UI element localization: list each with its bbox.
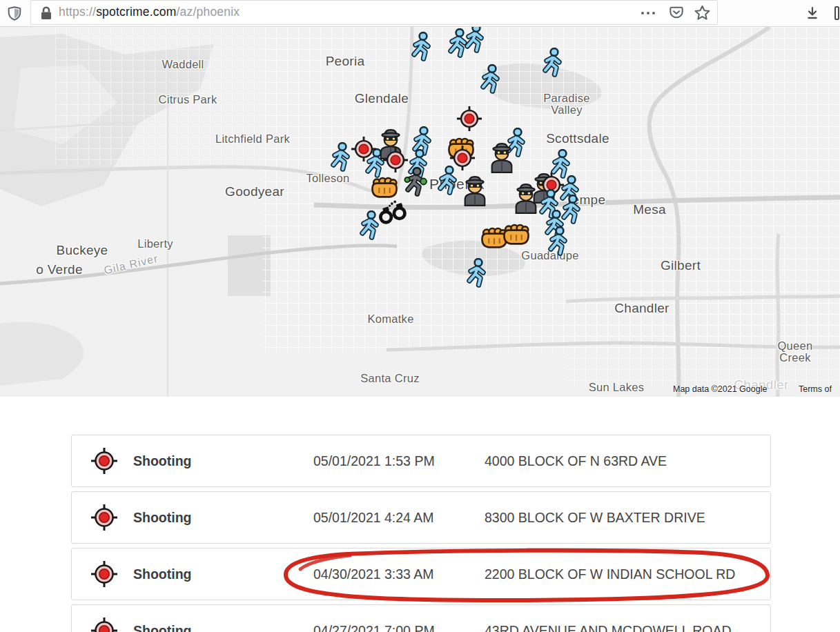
- map-label-peoria: Peoria: [326, 55, 365, 68]
- page-actions-ellipsis-icon[interactable]: [640, 10, 656, 17]
- map-label-goodyear: Goodyear: [225, 185, 284, 199]
- crime-datetime: 04/30/2021 3:33 AM: [313, 566, 485, 582]
- map-marker-target[interactable]: [382, 147, 409, 173]
- sidebar-icon[interactable]: [834, 6, 840, 20]
- crime-type: Shooting: [133, 566, 313, 582]
- map-marker-fist[interactable]: [501, 219, 531, 247]
- map-label-glendale: Glendale: [355, 92, 409, 106]
- bookmark-star-icon[interactable]: [694, 5, 710, 21]
- shooting-target-icon: [90, 447, 118, 475]
- crime-address: 2200 BLOCK OF W INDIAN SCHOOL RD: [485, 566, 735, 582]
- shooting-target-icon: [90, 560, 118, 588]
- map-label-santa-cruz: Santa Cruz: [360, 373, 420, 384]
- map-marker-person[interactable]: [464, 258, 489, 290]
- map-marker-target[interactable]: [351, 136, 377, 162]
- map-label-buckeye: Buckeye: [57, 244, 108, 257]
- map-label-o-verde: o Verde: [36, 263, 83, 277]
- url-scheme: https://: [59, 5, 96, 19]
- map-marker-cuffs[interactable]: [375, 197, 411, 227]
- map-label-sun-lakes: Sun Lakes: [589, 382, 645, 393]
- browser-toolbar: https://spotcrime.com/az/phoenix: [0, 0, 840, 26]
- map-marker-person[interactable]: [540, 48, 565, 79]
- url-domain: spotcrime.com: [96, 5, 176, 19]
- map-marker-target[interactable]: [449, 145, 476, 171]
- crime-datetime: 04/27/2021 7:00 PM: [313, 623, 485, 632]
- crime-type: Shooting: [133, 453, 313, 469]
- crime-type: Shooting: [133, 510, 313, 526]
- map-marker-burglar[interactable]: [460, 176, 490, 206]
- map-marker-person[interactable]: [478, 64, 502, 96]
- pocket-icon[interactable]: [669, 6, 684, 21]
- crime-datetime: 05/01/2021 4:24 AM: [313, 510, 485, 526]
- map-label-liberty: Liberty: [137, 238, 173, 250]
- map-label-citrus-park: Citrus Park: [159, 94, 217, 106]
- crime-address: 43RD AVENUE AND MCDOWELL ROAD: [485, 623, 732, 632]
- map-label-queen-creek: Queen Creek: [773, 340, 818, 364]
- crime-address: 4000 BLOCK OF N 63RD AVE: [485, 453, 667, 469]
- lock-icon: [39, 6, 54, 21]
- map-label-tolleson: Tolleson: [306, 172, 350, 184]
- shooting-target-icon: [90, 504, 118, 531]
- map-marker-person[interactable]: [462, 26, 487, 55]
- map-label-chandler: Chandler: [614, 302, 670, 315]
- map-marker-person[interactable]: [545, 226, 570, 258]
- url-text[interactable]: https://spotcrime.com/az/phoenix: [59, 5, 240, 19]
- url-path: /az/phoenix: [177, 5, 240, 19]
- map-marker-person[interactable]: [328, 142, 353, 174]
- map-label-mesa: Mesa: [633, 203, 666, 217]
- map-label-scottsdale: Scottsdale: [546, 132, 609, 146]
- url-bar[interactable]: https://spotcrime.com/az/phoenix: [30, 0, 718, 25]
- crime-address: 8300 BLOCK OF W BAXTER DRIVE: [485, 510, 705, 526]
- crime-row[interactable]: Shooting 04/27/2021 7:00 PM 43RD AVENUE …: [71, 604, 771, 632]
- map-marker-burglar[interactable]: [487, 143, 517, 173]
- map-label-paradise-valley: Paradise Valley: [543, 92, 590, 117]
- crime-row[interactable]: Shooting 05/01/2021 4:24 AM 8300 BLOCK O…: [71, 491, 771, 544]
- map-marker-target[interactable]: [456, 106, 482, 132]
- download-icon[interactable]: [805, 6, 819, 20]
- crime-list: Shooting 05/01/2021 1:53 PM 4000 BLOCK O…: [71, 435, 771, 632]
- shooting-target-icon: [90, 617, 118, 632]
- map-roads-layer: [0, 27, 840, 397]
- map-attribution-terms-link[interactable]: Terms of: [799, 384, 832, 394]
- map-marker-fist[interactable]: [369, 172, 400, 200]
- map-marker-person[interactable]: [409, 32, 433, 63]
- map-label-gilbert: Gilbert: [661, 259, 701, 273]
- map-label-waddell: Waddell: [162, 59, 204, 70]
- map-attribution-copyright: Map data ©2021 Google: [673, 384, 767, 394]
- map-label-litchfield-park: Litchfield Park: [215, 133, 290, 145]
- crime-row[interactable]: Shooting 04/30/2021 3:33 AM 2200 BLOCK O…: [71, 548, 771, 600]
- tracking-shield-icon[interactable]: [8, 6, 21, 21]
- crime-type: Shooting: [133, 623, 313, 632]
- map-label-komatke: Komatke: [367, 313, 413, 325]
- crime-row[interactable]: Shooting 05/01/2021 1:53 PM 4000 BLOCK O…: [71, 435, 771, 487]
- crime-map[interactable]: WaddellPeoriaCitrus ParkGlendaleParadise…: [0, 26, 840, 397]
- crime-datetime: 05/01/2021 1:53 PM: [313, 453, 485, 469]
